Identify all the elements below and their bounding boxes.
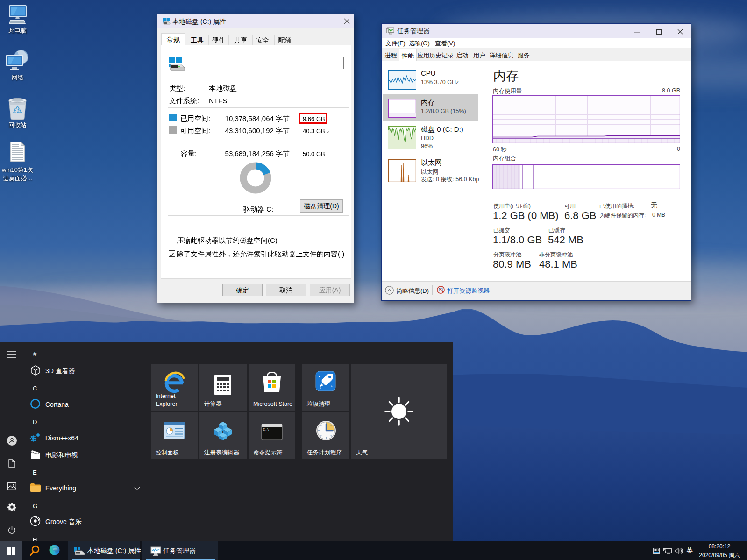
svg-text:C:\_: C:\_ <box>263 428 271 432</box>
